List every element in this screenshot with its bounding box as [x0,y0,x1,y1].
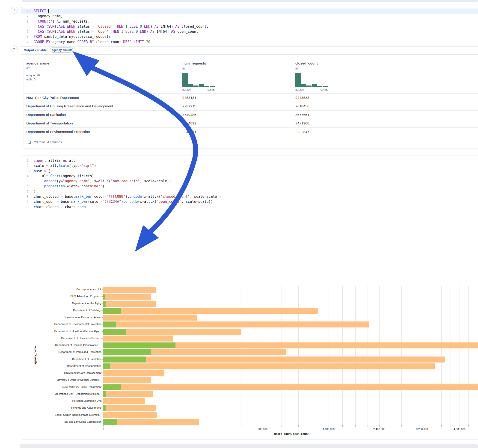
code-line[interactable]: 3 COUNT(*) AS num_requests, [21,19,478,24]
y-tick [102,345,103,345]
code-text: GROUP BY agency_name ORDER BY closed_cou… [31,39,478,44]
python-code-editor[interactable]: 1import altair as alt2scale = alt.Scale(… [21,158,478,210]
y-tick [102,408,103,408]
add-cell-button-top[interactable]: + [11,7,18,14]
y-tick [102,415,103,415]
code-line[interactable]: 2 agency_name, [21,14,478,19]
sql-code-editor[interactable]: 1⌄SELECT 2 agency_name,3 COUNT(*) AS num… [21,8,478,44]
y-tick [102,317,103,317]
code-line[interactable]: 7) [21,189,478,194]
code-line[interactable]: 4 alt.Chart(agency_tickets) [21,174,478,179]
bar-open-count[interactable] [103,308,121,314]
table-footer[interactable]: 20 rows, 4 columns [24,136,478,148]
output-variable-badge[interactable]: agency_tickets [50,48,73,53]
bar-closed-count[interactable] [103,356,445,362]
gridline [432,286,432,426]
bar-closed-count[interactable] [103,412,157,418]
cell-agency-name: New York City Police Department [26,96,79,100]
y-tick [102,289,103,290]
y-tick [102,422,103,422]
histogram-bin [306,86,312,87]
bar-closed-count[interactable] [103,370,164,376]
cell-num-requests: 3749485 [182,113,196,117]
result-table: agency_name str unique: 20 nulls: 0 num_… [24,59,478,148]
y-tick [102,324,103,324]
histogram-bin [188,84,193,87]
code-line[interactable]: 4 CAST(SUM(CASE WHEN status = 'Closed' T… [21,24,478,29]
y-axis-label: Department for the Aging [72,302,101,305]
bar-closed-count[interactable] [103,384,478,390]
table-row[interactable]: Department of Housing Preservation and D… [24,102,478,111]
x-tick-label: 800,000 [258,428,267,430]
code-line[interactable]: 6 .properties(width="container") [21,184,478,189]
bar-closed-count[interactable] [103,287,156,293]
code-line[interactable]: 5 .encode(y="agency_name", x=alt.X("num_… [21,179,478,184]
fold-chevron-icon[interactable]: ⌄ [29,169,31,174]
y-axis-label: Operations Unit - Department of Hom… [55,392,101,395]
bar-closed-count[interactable] [103,419,199,425]
code-text: .encode(y="agency_name", x=alt.X("num_re… [31,179,478,184]
histogram-bin [323,86,328,87]
code-line[interactable]: 5 CAST(SUM(CASE WHEN status = 'Open' THE… [21,29,478,34]
column-header-agency-name[interactable]: agency_name str unique: 20 nulls: 0 [26,61,49,81]
bar-open-count[interactable] [103,356,146,362]
output-variable-label: Output variable: [24,48,48,52]
code-line[interactable]: 2scale = alt.Scale(type="sqrt") [21,163,478,168]
bar-closed-count[interactable] [103,405,156,411]
bar-closed-count[interactable] [103,363,435,369]
bar-open-count[interactable] [103,363,110,369]
table-row[interactable]: Department of Transportation377489234719… [24,119,478,128]
code-text: .properties(width="container") [31,184,478,189]
bar-open-count[interactable] [103,349,151,355]
bar-closed-count[interactable] [103,377,151,383]
gridline [355,286,356,426]
code-line[interactable]: 1import altair as alt [21,158,478,163]
bar-closed-count[interactable] [103,315,197,321]
code-line[interactable]: 1⌄SELECT [21,8,478,14]
line-number: 1 [21,8,29,14]
code-text: chart_closed + chart_open [31,204,478,210]
bar-closed-count[interactable] [103,294,151,300]
bar-open-count[interactable] [103,342,176,348]
bar-closed-count[interactable] [103,301,156,307]
code-line[interactable]: 6FROM sample_data.nyc.service_requests [21,34,478,39]
table-row[interactable]: Department of Environmental Protection22… [24,127,478,136]
histogram-num-requests [182,73,215,87]
code-line[interactable]: 10chart_closed + chart_open [21,204,478,210]
search-icon[interactable] [27,140,32,145]
code-line[interactable]: 3⌄base = ( [21,168,478,174]
x-tick [368,425,368,427]
fold-chevron-icon[interactable]: ⌄ [29,9,31,14]
bar-open-count[interactable] [103,329,126,335]
x-tick [432,425,432,427]
histogram-bin [182,73,188,87]
code-line[interactable]: 7GROUP BY agency_name ORDER BY closed_co… [21,39,478,44]
code-line[interactable]: 8chart_closed = base.mark_bar(color="#FF… [21,194,478,199]
bar-open-count[interactable] [103,322,116,328]
y-axis-label: Department of Homeless Services [61,337,101,339]
bar-open-count[interactable] [103,294,105,300]
x-tick [282,425,282,427]
bar-open-count[interactable] [103,391,106,397]
bar-open-count[interactable] [103,419,117,425]
add-cell-button-middle[interactable]: + [11,45,18,52]
previous-cell-edge [22,0,478,2]
table-row[interactable]: Department of Sanitation37494853677651 [24,110,478,119]
bar-closed-count[interactable] [103,322,369,328]
bar-open-count[interactable] [103,384,121,390]
bar-open-count[interactable] [103,405,106,411]
code-text: agency_name, [31,14,478,19]
line-number: 6 [21,184,29,189]
bar-chart-plot-area [103,286,478,426]
y-axis-label: Department of Buildings [73,309,101,311]
table-row[interactable]: New York City Police Department945313194… [24,93,478,102]
cell-closed-count: 7618456 [295,104,309,108]
x-tick [314,425,314,427]
line-number: 3 [21,19,29,24]
bar-closed-count[interactable] [103,308,318,314]
bar-open-count[interactable] [103,301,106,307]
bar-closed-count[interactable] [103,391,153,397]
bar-closed-count[interactable] [103,336,173,342]
code-line[interactable]: 9chart_open = base.mark_bar(color="#8BC3… [21,199,478,204]
bar-closed-count[interactable] [103,398,145,404]
